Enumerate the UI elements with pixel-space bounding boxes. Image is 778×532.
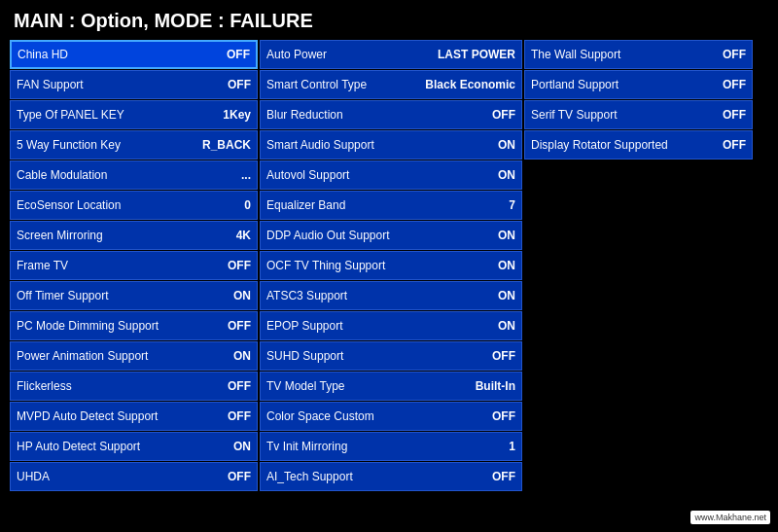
table-row[interactable]: UHDAOFF bbox=[10, 462, 258, 491]
row-label: EPOP Support bbox=[266, 319, 498, 333]
table-row[interactable]: Blur ReductionOFF bbox=[260, 100, 522, 129]
row-label: Auto Power bbox=[266, 48, 438, 61]
row-label: ATSC3 Support bbox=[266, 289, 498, 302]
row-value: OFF bbox=[228, 470, 251, 483]
table-row[interactable]: EcoSensor Location0 bbox=[10, 191, 258, 220]
row-value: ON bbox=[233, 289, 251, 302]
row-label: Smart Control Type bbox=[266, 78, 425, 91]
row-value: OFF bbox=[723, 78, 746, 91]
table-row[interactable]: Smart Audio SupportON bbox=[260, 130, 522, 160]
row-label: Blur Reduction bbox=[266, 108, 492, 122]
row-value: Built-In bbox=[476, 379, 515, 393]
table-row[interactable]: TV Model TypeBuilt-In bbox=[260, 372, 522, 401]
table-row[interactable]: SUHD SupportOFF bbox=[260, 341, 522, 371]
row-value: 4K bbox=[236, 229, 251, 242]
row-value: 7 bbox=[509, 198, 515, 212]
row-label: Equalizer Band bbox=[266, 198, 509, 212]
row-label: OCF TV Thing Support bbox=[266, 259, 498, 272]
row-label: FAN Support bbox=[17, 78, 228, 91]
table-row[interactable]: Display Rotator SupportedOFF bbox=[524, 130, 753, 160]
table-row[interactable]: Power Animation SupportON bbox=[10, 341, 258, 371]
table-row[interactable]: Smart Control TypeBlack Economic bbox=[260, 70, 522, 99]
row-value: OFF bbox=[227, 48, 250, 61]
row-label: Type Of PANEL KEY bbox=[17, 108, 223, 122]
row-value: ON bbox=[498, 259, 515, 272]
table-row[interactable]: Color Space CustomOFF bbox=[260, 402, 522, 431]
row-value: ON bbox=[498, 168, 515, 182]
row-label: The Wall Support bbox=[531, 48, 723, 61]
row-value: ... bbox=[241, 168, 251, 182]
table-row[interactable]: Equalizer Band7 bbox=[260, 191, 522, 220]
row-label: DDP Audio Out Support bbox=[266, 229, 498, 242]
table-row[interactable]: China HDOFF bbox=[10, 40, 258, 69]
table-row[interactable]: MVPD Auto Detect SupportOFF bbox=[10, 402, 258, 431]
row-label: Tv Init Mirroring bbox=[266, 440, 509, 453]
row-value: ON bbox=[498, 138, 515, 152]
table-row[interactable]: Frame TVOFF bbox=[10, 251, 258, 280]
column-3: The Wall SupportOFFPortland SupportOFFSe… bbox=[524, 40, 753, 517]
table-row[interactable]: Off Timer SupportON bbox=[10, 281, 258, 310]
table-row[interactable]: HP Auto Detect SupportON bbox=[10, 432, 258, 461]
column-1: China HDOFFFAN SupportOFFType Of PANEL K… bbox=[10, 40, 258, 517]
content-area: China HDOFFFAN SupportOFFType Of PANEL K… bbox=[10, 40, 768, 517]
row-value: ON bbox=[498, 319, 515, 333]
row-label: China HD bbox=[18, 48, 227, 61]
row-label: AI_Tech Support bbox=[266, 470, 492, 483]
row-label: Flickerless bbox=[17, 379, 228, 393]
column-2: Auto PowerLAST POWERSmart Control TypeBl… bbox=[260, 40, 522, 517]
row-value: OFF bbox=[492, 349, 515, 363]
row-label: Cable Modulation bbox=[17, 168, 241, 182]
table-row[interactable]: The Wall SupportOFF bbox=[524, 40, 753, 69]
row-value: OFF bbox=[228, 259, 251, 272]
table-row[interactable]: ATSC3 SupportON bbox=[260, 281, 522, 310]
screen: MAIN : Option, MODE : FAILURE China HDOF… bbox=[0, 0, 778, 532]
row-label: PC Mode Dimming Support bbox=[17, 319, 228, 333]
row-label: MVPD Auto Detect Support bbox=[17, 409, 228, 423]
row-value: ON bbox=[498, 289, 515, 302]
row-value: ON bbox=[233, 440, 251, 453]
row-label: Portland Support bbox=[531, 78, 723, 91]
table-row[interactable]: Serif TV SupportOFF bbox=[524, 100, 753, 129]
table-row[interactable]: Type Of PANEL KEY1Key bbox=[10, 100, 258, 129]
table-row[interactable]: Portland SupportOFF bbox=[524, 70, 753, 99]
row-value: LAST POWER bbox=[438, 48, 515, 61]
table-row[interactable]: Auto PowerLAST POWER bbox=[260, 40, 522, 69]
table-row[interactable]: Cable Modulation... bbox=[10, 160, 258, 190]
row-value: OFF bbox=[723, 48, 746, 61]
row-label: Autovol Support bbox=[266, 168, 498, 182]
table-row[interactable]: EPOP SupportON bbox=[260, 311, 522, 340]
table-row[interactable]: Autovol SupportON bbox=[260, 160, 522, 190]
row-label: Frame TV bbox=[17, 259, 228, 272]
table-row[interactable]: DDP Audio Out SupportON bbox=[260, 221, 522, 250]
row-label: Power Animation Support bbox=[17, 349, 233, 363]
table-row[interactable]: PC Mode Dimming SupportOFF bbox=[10, 311, 258, 340]
table-row[interactable]: FlickerlessOFF bbox=[10, 372, 258, 401]
row-label: UHDA bbox=[17, 470, 228, 483]
table-row[interactable]: FAN SupportOFF bbox=[10, 70, 258, 99]
table-row[interactable]: AI_Tech SupportOFF bbox=[260, 462, 522, 491]
row-label: TV Model Type bbox=[266, 379, 476, 393]
row-value: OFF bbox=[492, 108, 515, 122]
table-row[interactable]: 5 Way Function KeyR_BACK bbox=[10, 130, 258, 160]
row-value: OFF bbox=[228, 409, 251, 423]
row-value: Black Economic bbox=[425, 78, 515, 91]
row-value: R_BACK bbox=[202, 138, 251, 152]
page-title: MAIN : Option, MODE : FAILURE bbox=[10, 8, 768, 34]
row-value: 0 bbox=[244, 198, 251, 212]
table-row[interactable]: Tv Init Mirroring1 bbox=[260, 432, 522, 461]
row-value: OFF bbox=[228, 78, 251, 91]
table-row[interactable]: Screen Mirroring4K bbox=[10, 221, 258, 250]
row-label: Serif TV Support bbox=[531, 108, 723, 122]
row-label: Off Timer Support bbox=[17, 289, 233, 302]
row-label: Color Space Custom bbox=[266, 409, 492, 423]
row-value: OFF bbox=[723, 108, 746, 122]
row-label: HP Auto Detect Support bbox=[17, 440, 233, 453]
row-value: OFF bbox=[228, 379, 251, 393]
row-label: EcoSensor Location bbox=[17, 198, 244, 212]
row-value: 1Key bbox=[223, 108, 251, 122]
row-value: OFF bbox=[228, 319, 251, 333]
row-label: Smart Audio Support bbox=[266, 138, 498, 152]
row-label: Display Rotator Supported bbox=[531, 138, 723, 152]
row-value: OFF bbox=[492, 470, 515, 483]
table-row[interactable]: OCF TV Thing SupportON bbox=[260, 251, 522, 280]
